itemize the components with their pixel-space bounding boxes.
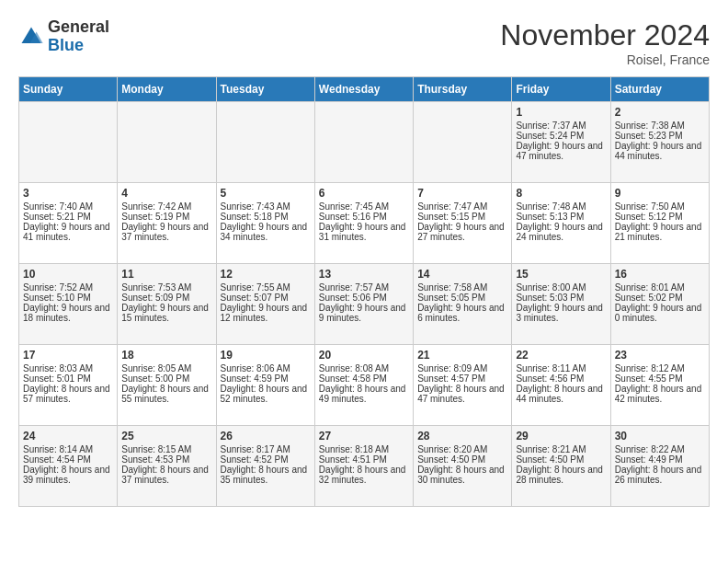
day-number: 19 bbox=[221, 349, 311, 362]
sunset-text: Sunset: 5:23 PM bbox=[615, 131, 705, 141]
day-number: 11 bbox=[121, 268, 211, 281]
day-number: 20 bbox=[319, 349, 409, 362]
calendar-week-row: 10Sunrise: 7:52 AMSunset: 5:10 PMDayligh… bbox=[19, 264, 710, 345]
day-of-week-header: Thursday bbox=[414, 77, 512, 102]
sunset-text: Sunset: 5:09 PM bbox=[121, 293, 211, 303]
sunrise-text: Sunrise: 7:42 AM bbox=[121, 201, 211, 212]
sunrise-text: Sunrise: 8:17 AM bbox=[221, 444, 311, 454]
daylight-text: Daylight: 8 hours and 35 minutes. bbox=[221, 465, 311, 485]
sunset-text: Sunset: 5:05 PM bbox=[417, 293, 507, 303]
daylight-text: Daylight: 8 hours and 49 minutes. bbox=[319, 384, 409, 404]
calendar-cell: 20Sunrise: 8:08 AMSunset: 4:58 PMDayligh… bbox=[314, 345, 413, 426]
calendar-cell: 19Sunrise: 8:06 AMSunset: 4:59 PMDayligh… bbox=[216, 345, 314, 426]
daylight-text: Daylight: 9 hours and 18 minutes. bbox=[23, 303, 113, 323]
sunset-text: Sunset: 4:57 PM bbox=[417, 373, 507, 384]
day-number: 14 bbox=[417, 268, 507, 281]
sunset-text: Sunset: 5:00 PM bbox=[121, 373, 211, 384]
sunrise-text: Sunrise: 8:20 AM bbox=[417, 444, 507, 454]
calendar-cell: 13Sunrise: 7:57 AMSunset: 5:06 PMDayligh… bbox=[314, 264, 413, 345]
sunset-text: Sunset: 5:19 PM bbox=[121, 212, 211, 222]
calendar-cell: 6Sunrise: 7:45 AMSunset: 5:16 PMDaylight… bbox=[314, 183, 413, 264]
sunrise-text: Sunrise: 7:40 AM bbox=[23, 201, 113, 212]
sunset-text: Sunset: 5:16 PM bbox=[319, 212, 409, 222]
sunrise-text: Sunrise: 7:37 AM bbox=[516, 121, 606, 131]
daylight-text: Daylight: 8 hours and 55 minutes. bbox=[121, 384, 211, 404]
daylight-text: Daylight: 8 hours and 39 minutes. bbox=[23, 465, 113, 485]
daylight-text: Daylight: 9 hours and 31 minutes. bbox=[319, 222, 409, 242]
day-number: 28 bbox=[417, 430, 507, 442]
calendar-header-row: SundayMondayTuesdayWednesdayThursdayFrid… bbox=[19, 77, 710, 102]
daylight-text: Daylight: 9 hours and 21 minutes. bbox=[615, 222, 705, 242]
day-number: 21 bbox=[417, 349, 507, 362]
sunset-text: Sunset: 4:50 PM bbox=[417, 454, 507, 465]
sunset-text: Sunset: 5:03 PM bbox=[516, 293, 606, 303]
day-number: 24 bbox=[23, 430, 113, 442]
calendar-cell: 18Sunrise: 8:05 AMSunset: 5:00 PMDayligh… bbox=[118, 345, 216, 426]
sunrise-text: Sunrise: 7:48 AM bbox=[516, 201, 606, 212]
calendar-cell: 21Sunrise: 8:09 AMSunset: 4:57 PMDayligh… bbox=[414, 345, 512, 426]
calendar-body: 1Sunrise: 7:37 AMSunset: 5:24 PMDaylight… bbox=[19, 102, 710, 507]
sunset-text: Sunset: 5:13 PM bbox=[516, 212, 606, 222]
sunset-text: Sunset: 5:07 PM bbox=[221, 293, 311, 303]
calendar-cell: 15Sunrise: 8:00 AMSunset: 5:03 PMDayligh… bbox=[512, 264, 610, 345]
sunset-text: Sunset: 5:06 PM bbox=[319, 293, 409, 303]
calendar-cell: 25Sunrise: 8:15 AMSunset: 4:53 PMDayligh… bbox=[118, 426, 216, 507]
sunrise-text: Sunrise: 7:57 AM bbox=[319, 282, 409, 293]
calendar-cell: 12Sunrise: 7:55 AMSunset: 5:07 PMDayligh… bbox=[216, 264, 314, 345]
day-number: 30 bbox=[615, 430, 705, 442]
sunset-text: Sunset: 4:51 PM bbox=[319, 454, 409, 465]
daylight-text: Daylight: 9 hours and 24 minutes. bbox=[516, 222, 606, 242]
sunrise-text: Sunrise: 7:58 AM bbox=[417, 282, 507, 293]
daylight-text: Daylight: 8 hours and 32 minutes. bbox=[319, 465, 409, 485]
calendar-cell: 23Sunrise: 8:12 AMSunset: 4:55 PMDayligh… bbox=[610, 345, 709, 426]
sunrise-text: Sunrise: 7:38 AM bbox=[615, 121, 705, 131]
sunrise-text: Sunrise: 8:11 AM bbox=[516, 363, 606, 373]
day-number: 8 bbox=[516, 187, 606, 200]
daylight-text: Daylight: 9 hours and 9 minutes. bbox=[319, 303, 409, 323]
sunset-text: Sunset: 5:21 PM bbox=[23, 212, 113, 222]
sunset-text: Sunset: 5:02 PM bbox=[615, 293, 705, 303]
calendar-cell bbox=[19, 102, 118, 183]
daylight-text: Daylight: 8 hours and 52 minutes. bbox=[221, 384, 311, 404]
calendar-cell: 28Sunrise: 8:20 AMSunset: 4:50 PMDayligh… bbox=[414, 426, 512, 507]
sunset-text: Sunset: 4:59 PM bbox=[221, 373, 311, 384]
day-number: 23 bbox=[615, 349, 705, 362]
day-of-week-header: Tuesday bbox=[216, 77, 314, 102]
sunrise-text: Sunrise: 8:12 AM bbox=[615, 363, 705, 373]
calendar-week-row: 1Sunrise: 7:37 AMSunset: 5:24 PMDaylight… bbox=[19, 102, 710, 183]
day-number: 1 bbox=[516, 106, 606, 119]
calendar-cell: 8Sunrise: 7:48 AMSunset: 5:13 PMDaylight… bbox=[512, 183, 610, 264]
sunrise-text: Sunrise: 7:53 AM bbox=[121, 282, 211, 293]
day-number: 10 bbox=[23, 268, 113, 281]
daylight-text: Daylight: 9 hours and 6 minutes. bbox=[417, 303, 507, 323]
sunset-text: Sunset: 4:56 PM bbox=[516, 373, 606, 384]
daylight-text: Daylight: 8 hours and 47 minutes. bbox=[417, 384, 507, 404]
day-of-week-header: Wednesday bbox=[314, 77, 413, 102]
day-number: 6 bbox=[319, 187, 409, 200]
calendar-cell: 22Sunrise: 8:11 AMSunset: 4:56 PMDayligh… bbox=[512, 345, 610, 426]
calendar-week-row: 24Sunrise: 8:14 AMSunset: 4:54 PMDayligh… bbox=[19, 426, 710, 507]
calendar-cell: 7Sunrise: 7:47 AMSunset: 5:15 PMDaylight… bbox=[414, 183, 512, 264]
day-number: 13 bbox=[319, 268, 409, 281]
calendar-cell: 3Sunrise: 7:40 AMSunset: 5:21 PMDaylight… bbox=[19, 183, 118, 264]
day-number: 18 bbox=[121, 349, 211, 362]
sunset-text: Sunset: 5:01 PM bbox=[23, 373, 113, 384]
sunset-text: Sunset: 5:15 PM bbox=[417, 212, 507, 222]
month-year: November 2024 bbox=[500, 18, 710, 52]
daylight-text: Daylight: 8 hours and 57 minutes. bbox=[23, 384, 113, 404]
sunrise-text: Sunrise: 7:43 AM bbox=[221, 201, 311, 212]
day-number: 5 bbox=[221, 187, 311, 200]
day-number: 15 bbox=[516, 268, 606, 281]
day-number: 4 bbox=[121, 187, 211, 200]
day-of-week-header: Monday bbox=[118, 77, 216, 102]
calendar-cell: 11Sunrise: 7:53 AMSunset: 5:09 PMDayligh… bbox=[118, 264, 216, 345]
day-number: 9 bbox=[615, 187, 705, 200]
daylight-text: Daylight: 9 hours and 34 minutes. bbox=[221, 222, 311, 242]
daylight-text: Daylight: 8 hours and 28 minutes. bbox=[516, 465, 606, 485]
daylight-text: Daylight: 8 hours and 42 minutes. bbox=[615, 384, 705, 404]
sunrise-text: Sunrise: 8:08 AM bbox=[319, 363, 409, 373]
sunrise-text: Sunrise: 8:22 AM bbox=[615, 444, 705, 454]
daylight-text: Daylight: 8 hours and 44 minutes. bbox=[516, 384, 606, 404]
calendar-cell: 14Sunrise: 7:58 AMSunset: 5:05 PMDayligh… bbox=[414, 264, 512, 345]
calendar-cell: 2Sunrise: 7:38 AMSunset: 5:23 PMDaylight… bbox=[610, 102, 709, 183]
